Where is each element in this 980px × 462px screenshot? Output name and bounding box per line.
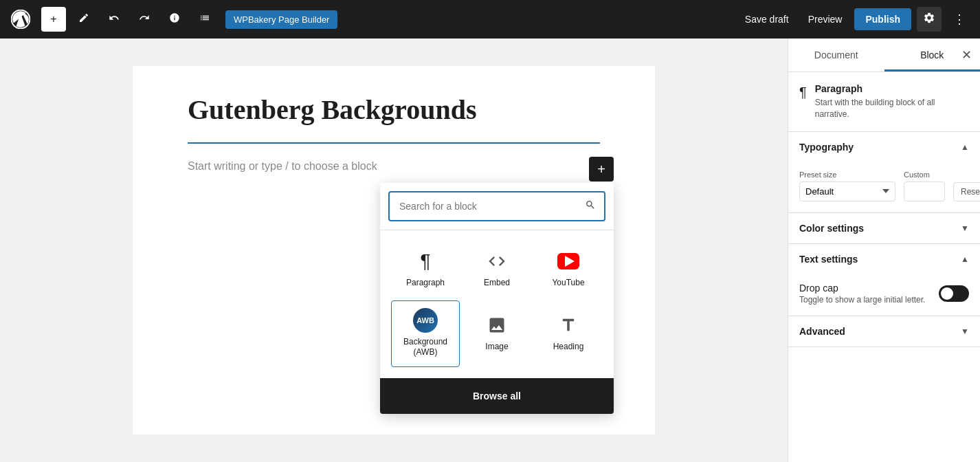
- block-picker-popup: ¶ Paragraph Embed: [380, 183, 614, 414]
- publish-button[interactable]: Publish: [854, 8, 911, 30]
- block-item-embed[interactable]: Embed: [463, 241, 531, 298]
- redo-button[interactable]: [132, 7, 157, 32]
- drop-cap-info: Drop cap Toggle to show a large initial …: [799, 283, 925, 305]
- sidebar-close-button[interactable]: ✕: [959, 45, 975, 65]
- toggle-knob: [941, 287, 953, 300]
- image-icon: [487, 314, 506, 336]
- editor-divider: [188, 142, 600, 144]
- wpbakery-button[interactable]: WPBakery Page Builder: [225, 10, 337, 29]
- awb-icon: AWB: [413, 309, 438, 331]
- advanced-chevron-icon: ▼: [961, 327, 969, 336]
- heading-icon: [559, 314, 578, 336]
- awb-label: Background (AWB): [397, 337, 454, 358]
- block-info-name: Paragraph: [815, 83, 969, 94]
- typography-section: Typography ▲ Preset size Default Custom: [788, 132, 980, 213]
- reset-button[interactable]: Reset: [953, 182, 980, 201]
- typography-content: Preset size Default Custom Reset: [788, 162, 980, 212]
- color-settings-chevron-icon: ▼: [961, 223, 969, 233]
- typography-form-row: Preset size Default Custom Reset: [799, 170, 969, 201]
- typography-chevron-up-icon: ▲: [961, 142, 969, 152]
- paragraph-label: Paragraph: [406, 278, 445, 289]
- search-icon-button[interactable]: [577, 192, 604, 220]
- color-settings-header[interactable]: Color settings ▼: [788, 213, 980, 243]
- editor-area: Gutenberg Backgrounds Start writing or t…: [0, 38, 788, 462]
- custom-size-group: Custom: [904, 170, 945, 201]
- undo-icon: [109, 12, 120, 26]
- text-settings-header[interactable]: Text settings ▲: [788, 244, 980, 274]
- post-title[interactable]: Gutenberg Backgrounds: [188, 94, 600, 126]
- text-settings-content: Drop cap Toggle to show a large initial …: [788, 274, 980, 316]
- text-settings-section: Text settings ▲ Drop cap Toggle to show …: [788, 244, 980, 316]
- browse-all-button[interactable]: Browse all: [380, 378, 614, 414]
- editor-placeholder[interactable]: Start writing or type / to choose a bloc…: [188, 155, 600, 178]
- settings-button[interactable]: [917, 7, 942, 32]
- sidebar-tabs: Document Block ✕: [788, 38, 980, 72]
- advanced-title: Advanced: [799, 326, 845, 337]
- color-settings-section: Color settings ▼: [788, 213, 980, 244]
- tab-indicator: [884, 69, 981, 72]
- preview-button[interactable]: Preview: [801, 10, 849, 29]
- toolbar: + WPBakery Page Builder Save draft P: [0, 0, 980, 38]
- add-block-toolbar-button[interactable]: +: [41, 7, 66, 32]
- embed-label: Embed: [484, 278, 510, 289]
- ellipsis-icon: ⋮: [953, 12, 966, 27]
- plus-icon: +: [50, 13, 56, 25]
- block-grid: ¶ Paragraph Embed: [380, 230, 614, 378]
- info-icon: [169, 12, 180, 26]
- preset-size-select[interactable]: Default: [799, 182, 895, 201]
- advanced-section: Advanced ▼: [788, 316, 980, 347]
- block-item-heading[interactable]: Heading: [534, 300, 603, 367]
- add-block-button[interactable]: +: [589, 157, 614, 182]
- block-search-area: [380, 183, 614, 230]
- advanced-section-header[interactable]: Advanced ▼: [788, 316, 980, 346]
- block-item-image[interactable]: Image: [463, 300, 531, 367]
- heading-label: Heading: [553, 342, 584, 353]
- close-icon: ✕: [961, 48, 972, 62]
- preset-size-group: Preset size Default: [799, 170, 895, 201]
- youtube-label: YouTube: [552, 278, 584, 289]
- redo-icon: [139, 12, 150, 26]
- drop-cap-label: Drop cap: [799, 283, 925, 294]
- youtube-icon: [557, 250, 579, 272]
- preset-size-label: Preset size: [799, 170, 895, 179]
- search-input[interactable]: [390, 194, 577, 219]
- search-wrapper: [388, 191, 605, 221]
- edit-mode-button[interactable]: [71, 7, 96, 32]
- sidebar: Document Block ✕ ¶ Paragraph Start with …: [788, 38, 980, 462]
- toolbar-right: Save draft Preview Publish ⋮: [738, 7, 972, 32]
- tab-document[interactable]: Document: [788, 38, 884, 72]
- drop-cap-toggle[interactable]: [939, 285, 969, 302]
- custom-size-input[interactable]: [904, 182, 945, 201]
- typography-title: Typography: [799, 142, 854, 153]
- save-draft-button[interactable]: Save draft: [738, 10, 796, 29]
- block-info-description: Start with the building block of all nar…: [815, 97, 969, 120]
- info-button[interactable]: [162, 7, 187, 32]
- pencil-icon: [78, 12, 89, 26]
- embed-icon: [487, 250, 506, 272]
- gear-icon: [923, 12, 935, 27]
- drop-cap-row: Drop cap Toggle to show a large initial …: [799, 283, 969, 305]
- wp-logo: [8, 7, 33, 32]
- color-settings-title: Color settings: [799, 223, 864, 234]
- main-area: Gutenberg Backgrounds Start writing or t…: [0, 38, 980, 462]
- plus-icon: +: [597, 162, 605, 177]
- drop-cap-description: Toggle to show a large initial letter.: [799, 295, 925, 305]
- custom-label: Custom: [904, 170, 945, 179]
- more-options-button[interactable]: ⋮: [947, 7, 972, 32]
- block-info-text: Paragraph Start with the building block …: [815, 83, 969, 120]
- undo-button[interactable]: [102, 7, 126, 32]
- text-settings-chevron-icon: ▲: [961, 254, 969, 264]
- paragraph-icon: ¶: [420, 250, 430, 272]
- text-settings-title: Text settings: [799, 254, 858, 265]
- block-item-paragraph[interactable]: ¶ Paragraph: [391, 241, 460, 298]
- block-item-awb[interactable]: AWB Background (AWB): [391, 300, 460, 367]
- editor-content: Gutenberg Backgrounds Start writing or t…: [133, 66, 655, 434]
- typography-section-header[interactable]: Typography ▲: [788, 132, 980, 162]
- block-item-youtube[interactable]: YouTube: [534, 241, 603, 298]
- list-icon: [199, 12, 210, 26]
- image-label: Image: [485, 342, 508, 353]
- list-view-button[interactable]: [192, 7, 217, 32]
- block-info: ¶ Paragraph Start with the building bloc…: [788, 72, 980, 132]
- search-icon: [585, 199, 596, 213]
- block-info-icon: ¶: [799, 85, 807, 100]
